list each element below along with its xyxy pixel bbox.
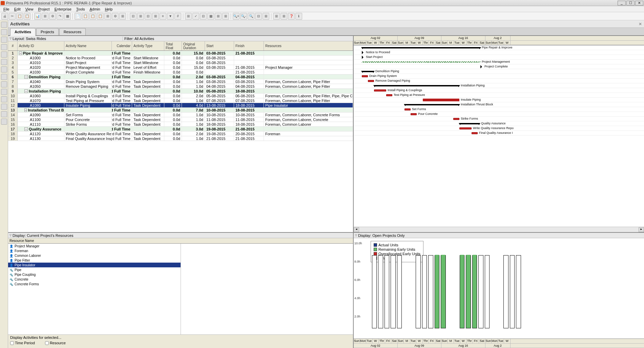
toolbar-button[interactable]: ℹ: [295, 13, 302, 20]
resource-item[interactable]: Common Laborer: [8, 253, 181, 258]
toolbar-button[interactable]: 📋: [16, 13, 23, 20]
gantt-row[interactable]: Project Complete: [354, 64, 644, 69]
table-row[interactable]: 16A1110Strike Formsndard Full TimeTask D…: [8, 122, 353, 127]
table-row[interactable]: 3A1010Start Projectndard Full TimeStart …: [8, 60, 353, 65]
gantt-scrollbar[interactable]: ◄ ►: [354, 227, 644, 232]
toolbar-button[interactable]: ▦: [207, 13, 214, 20]
toolbar-button[interactable]: ≡: [160, 13, 166, 20]
col-resources[interactable]: Resources: [264, 41, 353, 50]
toolbar-button[interactable]: 📊: [34, 13, 41, 20]
toolbar-button[interactable]: ⊞: [137, 13, 144, 20]
table-row[interactable]: 17−Quality Assurancendard Full Time0.0d3…: [8, 127, 353, 131]
toolbar-button[interactable]: 📄: [75, 13, 81, 20]
sidebar-tool-button[interactable]: [1, 96, 7, 102]
gantt-bar[interactable]: [386, 94, 392, 96]
resource-header[interactable]: Resource Name: [8, 238, 353, 244]
gantt-row[interactable]: Write Quality Assurance Repo: [354, 126, 644, 131]
resource-item[interactable]: Concrete: [8, 277, 181, 282]
scroll-right-icon[interactable]: ►: [639, 227, 644, 232]
table-row[interactable]: 15A1100Pour Concretendard Full TimeTask …: [8, 117, 353, 122]
gantt-bar[interactable]: [374, 85, 459, 86]
sidebar-tool-button[interactable]: [1, 22, 7, 28]
col-total-float[interactable]: Total Float: [164, 41, 182, 50]
toolbar-button[interactable]: ⚙: [49, 13, 56, 20]
toolbar-button[interactable]: 🔍-: [240, 13, 247, 20]
gantt-bar[interactable]: [472, 132, 478, 134]
menu-file[interactable]: File: [1, 6, 12, 12]
gantt-row[interactable]: Test Piping at Pressure: [354, 93, 644, 98]
chevron-down-icon[interactable]: ▽: [9, 37, 12, 40]
toolbar-button[interactable]: ✂: [9, 13, 16, 20]
table-row[interactable]: 14A1090Set Formsndard Full TimeTask Depe…: [8, 112, 353, 117]
sidebar-tool-button[interactable]: [1, 37, 7, 43]
table-row[interactable]: 7A1040Drain Piping Systemndard Full Time…: [8, 79, 353, 84]
close-button[interactable]: ✕: [635, 1, 643, 5]
sidebar-tool-button[interactable]: [1, 111, 7, 117]
gantt-bar[interactable]: [362, 61, 480, 63]
resource-item[interactable]: Pipe Fitter: [8, 258, 181, 263]
menu-project[interactable]: Project: [36, 6, 51, 12]
toolbar-button[interactable]: ⊞: [273, 13, 280, 20]
gantt-row[interactable]: Set Forms: [354, 107, 644, 112]
gantt-bar[interactable]: [459, 127, 472, 129]
gantt-row[interactable]: Start Project: [354, 55, 644, 60]
expand-icon[interactable]: −: [24, 108, 27, 112]
col-finish[interactable]: Finish: [234, 41, 264, 50]
gantt-body[interactable]: Pipe Repair & ImproveNotice to ProceedSt…: [354, 45, 644, 227]
gantt-bar[interactable]: [374, 89, 386, 91]
col-activity-id[interactable]: Activity ID: [18, 41, 64, 50]
col-calendar[interactable]: Calendar: [112, 41, 132, 50]
sidebar-tool-button[interactable]: [1, 29, 7, 35]
maximize-button[interactable]: ☐: [626, 1, 635, 5]
table-row[interactable]: 11A1070Test Piping at Pressurendard Full…: [8, 98, 353, 103]
gantt-bar[interactable]: [411, 113, 417, 115]
gantt-bar[interactable]: [362, 71, 374, 72]
resource-checkbox[interactable]: Resource: [45, 341, 66, 345]
toolbar-button[interactable]: ❓: [288, 13, 295, 20]
table-row[interactable]: 9−Installation Pipingndard Full Time0.0d…: [8, 89, 353, 94]
sidebar-tool-button[interactable]: [1, 104, 7, 110]
toolbar-button[interactable]: ▦: [64, 13, 71, 20]
sidebar-tool-button[interactable]: [1, 66, 7, 73]
gantt-bar[interactable]: [453, 118, 459, 120]
gantt-bar[interactable]: [362, 47, 480, 48]
sidebar-tool-button[interactable]: [1, 74, 7, 80]
tab-resources[interactable]: Resources: [59, 28, 86, 35]
gantt-row[interactable]: Project Management: [354, 60, 644, 64]
sidebar-tool-button[interactable]: [1, 89, 7, 95]
resource-item[interactable]: Foreman: [8, 248, 181, 253]
table-row[interactable]: 2A1000Notice to Proceedndard Full TimeSt…: [8, 56, 353, 60]
menu-help[interactable]: Help: [103, 6, 115, 12]
time-period-checkbox[interactable]: Time Period: [10, 341, 35, 345]
table-row[interactable]: 6−Demolition Pipingndard Full Time0.0d2.…: [8, 75, 353, 79]
expand-icon[interactable]: −: [24, 89, 28, 93]
toolbar-button[interactable]: ⊞: [263, 13, 269, 20]
sidebar-tool-button[interactable]: [1, 59, 7, 65]
gantt-bar[interactable]: [480, 65, 484, 68]
gantt-row[interactable]: Final Quality Assurance I: [354, 131, 644, 136]
col-num[interactable]: #: [8, 41, 18, 50]
sidebar-tool-button[interactable]: [1, 119, 7, 125]
col-orig-duration[interactable]: Original Duration: [182, 41, 205, 50]
toolbar-button[interactable]: ⊞: [281, 13, 287, 20]
menu-admin[interactable]: Admin: [87, 6, 102, 12]
table-row[interactable]: 13−Installation Thrust Blockndard Full T…: [8, 108, 353, 112]
expand-icon[interactable]: −: [24, 127, 28, 131]
gantt-row[interactable]: Installation Piping: [354, 83, 644, 88]
tab-activities[interactable]: Activities: [10, 28, 36, 36]
resource-item[interactable]: Pipe Insulator: [8, 263, 181, 267]
table-row[interactable]: 18A1120Write Quality Assurance Reportnda…: [8, 131, 353, 136]
table-row[interactable]: 5A1030Project Completendard Full TimeFin…: [8, 70, 353, 75]
gantt-row[interactable]: Insulate Piping: [354, 98, 644, 102]
toolbar-button[interactable]: 🖨: [1, 13, 8, 20]
toolbar-button[interactable]: ⊞: [42, 13, 48, 20]
gantt-row[interactable]: Strike Forms: [354, 117, 644, 121]
chart-display-bar[interactable]: ▽Display: Open Projects Only: [354, 233, 644, 238]
gantt-row[interactable]: Installation Thrust Block: [354, 102, 644, 107]
col-activity-name[interactable]: Activity Name: [64, 41, 112, 50]
resource-item[interactable]: Project Manager: [8, 244, 181, 248]
toolbar-button[interactable]: 📋: [89, 13, 96, 20]
table-row[interactable]: 8A1050Remove Damaged Pipingndard Full Ti…: [8, 84, 353, 89]
gantt-bar[interactable]: [362, 56, 365, 59]
toolbar-button[interactable]: ⊞: [185, 13, 192, 20]
